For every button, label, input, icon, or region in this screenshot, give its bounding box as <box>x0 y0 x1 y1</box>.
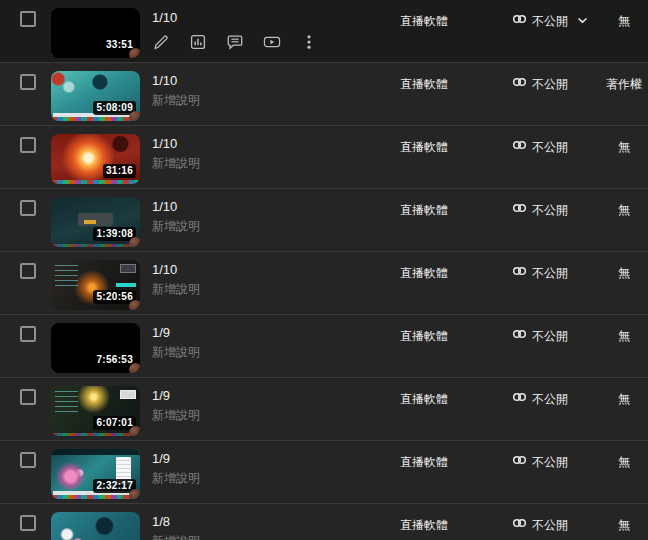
video-type: 直播軟體 <box>400 518 448 532</box>
row-checkbox[interactable] <box>20 389 36 405</box>
thumbnail-art <box>51 180 140 184</box>
visibility-label: 不公開 <box>532 329 568 343</box>
video-row[interactable]: 7:56:53 1/9 新增說明 直播軟體 不公開 無 <box>0 315 648 378</box>
edit-pencil-icon[interactable] <box>152 33 170 51</box>
analytics-icon[interactable] <box>189 33 207 51</box>
video-title[interactable]: 1/9 <box>152 325 382 340</box>
chevron-down-icon[interactable] <box>577 17 588 24</box>
video-title[interactable]: 1/10 <box>152 262 382 277</box>
youtube-icon[interactable] <box>263 33 281 51</box>
video-row[interactable]: 33:51 1/10 直播軟體 不公開 <box>0 0 648 63</box>
facecam-circle <box>129 489 140 499</box>
video-description-placeholder[interactable]: 新增說明 <box>152 93 382 107</box>
row-checkbox[interactable] <box>20 74 36 90</box>
video-type: 直播軟體 <box>400 266 448 280</box>
link-icon <box>512 138 527 155</box>
video-description-placeholder[interactable]: 新增說明 <box>152 219 382 233</box>
thumbnail-art <box>51 117 140 121</box>
thumbnail-art <box>55 391 78 412</box>
thumbnail-art <box>78 213 114 226</box>
video-thumbnail[interactable]: 6:07:01 <box>51 386 140 436</box>
video-duration-badge: 31:16 <box>103 164 136 178</box>
visibility-dropdown[interactable]: 不公開 <box>512 264 568 281</box>
visibility-dropdown[interactable]: 不公開 <box>512 516 568 533</box>
video-thumbnail[interactable] <box>51 512 140 540</box>
visibility-dropdown[interactable]: 不公開 <box>512 327 568 344</box>
video-row[interactable]: 1/8 新增說明 直播軟體 不公開 無 <box>0 504 648 540</box>
visibility-label: 不公開 <box>532 14 568 28</box>
video-thumbnail[interactable]: 2:32:17 <box>51 449 140 499</box>
visibility-dropdown[interactable]: 不公開 <box>512 201 568 218</box>
row-checkbox[interactable] <box>20 452 36 468</box>
video-row[interactable]: 5:08:09 1/10 新增說明 直播軟體 不公開 著作權 <box>0 63 648 126</box>
thumbnail-art <box>120 264 136 273</box>
video-title[interactable]: 1/10 <box>152 136 382 151</box>
row-checkbox[interactable] <box>20 137 36 153</box>
video-thumbnail[interactable]: 7:56:53 <box>51 323 140 373</box>
video-title[interactable]: 1/9 <box>152 451 382 466</box>
video-description-placeholder[interactable]: 新增說明 <box>152 282 382 296</box>
video-description-placeholder[interactable]: 新增說明 <box>152 471 382 485</box>
visibility-dropdown[interactable]: 不公開 <box>512 453 568 470</box>
thumbnail-art <box>55 265 78 286</box>
thumbnail-art <box>51 449 140 455</box>
visibility-label: 不公開 <box>532 518 568 532</box>
row-checkbox[interactable] <box>20 515 36 531</box>
video-thumbnail[interactable]: 5:08:09 <box>51 71 140 121</box>
link-icon <box>512 516 527 533</box>
video-row[interactable]: 6:07:01 1/9 新增說明 直播軟體 不公開 無 <box>0 378 648 441</box>
video-row[interactable]: 1:39:08 1/10 新增說明 直播軟體 不公開 無 <box>0 189 648 252</box>
link-icon <box>512 75 527 92</box>
thumbnail-art <box>51 433 140 436</box>
visibility-dropdown[interactable]: 不公開 <box>512 390 568 407</box>
facecam-circle <box>129 48 140 58</box>
visibility-dropdown[interactable]: 不公開 <box>512 12 588 29</box>
visibility-dropdown[interactable]: 不公開 <box>512 138 568 155</box>
video-title[interactable]: 1/10 <box>152 199 382 214</box>
video-type: 直播軟體 <box>400 140 448 154</box>
video-restrictions: 無 <box>599 266 648 280</box>
video-row[interactable]: 31:16 1/10 新增說明 直播軟體 不公開 無 <box>0 126 648 189</box>
video-restrictions: 無 <box>599 518 648 532</box>
row-action-toolbar <box>152 33 337 51</box>
video-restrictions: 著作權 <box>599 77 648 91</box>
video-thumbnail[interactable]: 5:20:56 <box>51 260 140 310</box>
video-thumbnail[interactable]: 1:39:08 <box>51 197 140 247</box>
row-checkbox[interactable] <box>20 326 36 342</box>
video-row[interactable]: 5:20:56 1/10 新增說明 直播軟體 不公開 無 <box>0 252 648 315</box>
video-title[interactable]: 1/10 <box>152 10 382 25</box>
facecam-circle <box>129 426 140 436</box>
row-checkbox[interactable] <box>20 11 36 27</box>
video-restrictions: 無 <box>599 140 648 154</box>
video-title[interactable]: 1/8 <box>152 514 382 529</box>
video-description-placeholder[interactable]: 新增說明 <box>152 345 382 359</box>
thumbnail-art <box>51 495 140 499</box>
video-restrictions: 無 <box>599 392 648 406</box>
link-icon <box>512 201 527 218</box>
thumbnail-art <box>51 244 140 247</box>
video-title[interactable]: 1/10 <box>152 73 382 88</box>
row-checkbox[interactable] <box>20 200 36 216</box>
link-icon <box>512 264 527 281</box>
row-checkbox[interactable] <box>20 263 36 279</box>
visibility-label: 不公開 <box>532 77 568 91</box>
visibility-label: 不公開 <box>532 392 568 406</box>
video-description-placeholder[interactable]: 新增說明 <box>152 156 382 170</box>
video-description-placeholder[interactable]: 新增說明 <box>152 408 382 422</box>
visibility-dropdown[interactable]: 不公開 <box>512 75 568 92</box>
video-thumbnail[interactable]: 31:16 <box>51 134 140 184</box>
video-restrictions: 無 <box>599 455 648 469</box>
thumbnail-art <box>120 390 136 399</box>
video-restrictions: 無 <box>599 329 648 343</box>
video-thumbnail[interactable]: 33:51 <box>51 8 140 58</box>
more-options-icon[interactable] <box>300 33 318 51</box>
visibility-label: 不公開 <box>532 266 568 280</box>
video-type: 直播軟體 <box>400 455 448 469</box>
video-row[interactable]: 2:32:17 1/9 新增說明 直播軟體 不公開 無 <box>0 441 648 504</box>
thumbnail-art <box>116 283 136 287</box>
video-type: 直播軟體 <box>400 329 448 343</box>
comments-icon[interactable] <box>226 33 244 51</box>
link-icon <box>512 327 527 344</box>
video-title[interactable]: 1/9 <box>152 388 382 403</box>
video-description-placeholder[interactable]: 新增說明 <box>152 534 382 540</box>
